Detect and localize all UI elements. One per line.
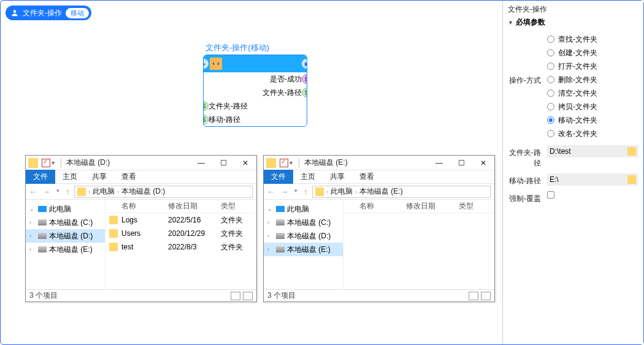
history-dropdown[interactable]: ▾ (56, 188, 59, 196)
caret-icon: › (29, 219, 36, 226)
ribbon-tab[interactable]: 主页 (55, 170, 85, 184)
operation-radio-item[interactable]: 移动-文件夹 (547, 113, 638, 127)
address-bar: ← → ▾ ↑ ›此电脑›本地磁盘 (E:) (264, 184, 494, 200)
param-label-folder-path: 文件夹-路径 (508, 145, 547, 169)
operation-radio-item[interactable]: 查找-文件夹 (547, 32, 638, 46)
operation-radio-item[interactable]: 创建-文件夹 (547, 46, 638, 59)
back-button[interactable]: ← (29, 188, 37, 196)
minimize-button[interactable]: — (428, 156, 450, 170)
dropdown-icon[interactable]: ▾ (52, 159, 55, 166)
tree-label: 此电脑 (49, 204, 71, 214)
output-port-bool[interactable]: b (302, 74, 307, 84)
tree-item[interactable]: ›本地磁盘 (D:) (26, 229, 105, 243)
operation-radio-item[interactable]: 改名-文件夹 (547, 127, 638, 140)
titlebar: ▾ 本地磁盘 (D:) — ☐ ✕ (26, 156, 256, 170)
radio-label: 改名-文件夹 (558, 129, 597, 139)
svg-point-0 (13, 10, 17, 13)
maximize-button[interactable]: ☐ (450, 156, 472, 170)
ribbon-tab[interactable]: 主页 (293, 170, 323, 184)
param-label-operation: 操作-方式 (508, 32, 547, 86)
file-list: 名称 修改日期 类型 (343, 200, 494, 289)
column-headers[interactable]: 名称 修改日期 类型 (343, 200, 494, 213)
breadcrumb-path[interactable]: ›此电脑›本地磁盘 (E:) (312, 186, 491, 198)
col-name[interactable]: 名称 (356, 201, 402, 211)
tree-item[interactable]: ›本地磁盘 (D:) (264, 229, 343, 243)
maximize-button[interactable]: ☐ (212, 156, 234, 170)
forward-button[interactable]: → (43, 188, 50, 196)
explorer-window-e[interactable]: ▾ 本地磁盘 (E:) — ☐ ✕ 文件主页共享查看 ← → ▾ ↑ ›此电脑›… (263, 155, 495, 302)
view-details-icon[interactable] (469, 292, 478, 300)
tree-item[interactable]: ›本地磁盘 (E:) (26, 243, 105, 256)
file-row[interactable]: Logs2022/5/16文件夹 (105, 213, 256, 227)
history-dropdown[interactable]: ▾ (294, 188, 297, 196)
operation-radio-item[interactable]: 打开-文件夹 (547, 59, 638, 73)
col-name[interactable]: 名称 (118, 201, 164, 211)
column-headers[interactable]: 名称 修改日期 类型 (105, 200, 256, 213)
file-row[interactable]: Users2020/12/29文件夹 (105, 227, 256, 240)
tree-label: 本地磁盘 (E:) (287, 245, 331, 255)
panel-section-header[interactable]: ▼ 必填参数 (508, 17, 638, 28)
radio-label: 移动-文件夹 (558, 115, 597, 126)
input-port-string[interactable]: S (203, 115, 209, 124)
tree-item[interactable]: ›本地磁盘 (C:) (26, 216, 105, 229)
up-button[interactable]: ↑ (66, 188, 69, 196)
tree-item[interactable]: ›本地磁盘 (E:) (264, 243, 343, 256)
explorer-window-d[interactable]: ▾ 本地磁盘 (D:) — ☐ ✕ 文件主页共享查看 ← → ▾ ↑ ›此电脑›… (25, 155, 257, 302)
col-type[interactable]: 类型 (217, 201, 248, 211)
file-menu[interactable]: 文件 (26, 170, 55, 184)
move-path-input[interactable]: E:\ (547, 173, 638, 186)
view-tiles-icon[interactable] (243, 292, 253, 300)
canvas[interactable]: 文件夹-操作 移动 文件夹-操作(移动) ▸ ▸ 是否-成功 b 文件 (1, 1, 502, 344)
operation-radio-item[interactable]: 拷贝-文件夹 (547, 100, 638, 113)
col-type[interactable]: 类型 (455, 201, 486, 211)
up-button[interactable]: ↑ (304, 188, 307, 196)
view-details-icon[interactable] (231, 292, 240, 300)
back-button[interactable]: ← (267, 188, 275, 196)
close-button[interactable]: ✕ (472, 156, 494, 170)
tree-item[interactable]: ⌄此电脑 (264, 202, 343, 216)
radio-icon (547, 130, 554, 137)
radio-label: 打开-文件夹 (558, 61, 597, 72)
output-port-string[interactable]: S (302, 88, 307, 97)
ribbon-tab[interactable]: 查看 (352, 170, 381, 184)
status-bar: 3 个项目 (264, 289, 494, 301)
file-name: Users (121, 229, 168, 238)
folder-icon[interactable] (627, 175, 636, 184)
breadcrumb-item[interactable]: 此电脑 (331, 186, 353, 197)
file-menu[interactable]: 文件 (264, 170, 293, 184)
input-port-string[interactable]: S (203, 101, 209, 111)
breadcrumb-item[interactable]: 此电脑 (93, 186, 115, 197)
file-row[interactable]: test2022/8/3文件夹 (105, 240, 256, 254)
radio-label: 删除-文件夹 (558, 75, 597, 85)
quick-access-icon[interactable] (280, 159, 288, 167)
force-overwrite-checkbox[interactable] (547, 191, 554, 199)
operation-radio-item[interactable]: 删除-文件夹 (547, 73, 638, 86)
ribbon-tab[interactable]: 共享 (323, 170, 352, 184)
exec-out-port[interactable]: ▸ (302, 59, 307, 69)
item-count: 3 个项目 (267, 290, 296, 301)
tree-item[interactable]: ›本地磁盘 (C:) (264, 216, 343, 229)
ribbon-tab[interactable]: 共享 (85, 170, 114, 184)
folder-path-input[interactable]: D:\test (547, 145, 638, 157)
breadcrumb-item[interactable]: 本地磁盘 (E:) (359, 186, 403, 197)
ribbon-tab[interactable]: 查看 (114, 170, 144, 184)
col-date[interactable]: 修改日期 (164, 201, 217, 211)
minimize-button[interactable]: — (190, 156, 212, 170)
exec-in-port[interactable]: ▸ (203, 59, 209, 69)
param-label-move-path: 移动-路径 (508, 173, 547, 186)
view-tiles-icon[interactable] (481, 292, 491, 300)
breadcrumb-item[interactable]: 本地磁盘 (D:) (121, 186, 165, 197)
col-date[interactable]: 修改日期 (402, 201, 455, 211)
close-button[interactable]: ✕ (234, 156, 256, 170)
caret-icon: ⌄ (29, 206, 36, 212)
folder-icon[interactable] (627, 147, 636, 156)
dropdown-icon[interactable]: ▾ (289, 159, 293, 166)
node-block[interactable]: 文件夹-操作(移动) ▸ ▸ 是否-成功 b 文件夹-路径 S (203, 42, 307, 127)
forward-button[interactable]: → (281, 188, 288, 196)
file-type: 文件夹 (221, 242, 251, 252)
tree-item[interactable]: ⌄此电脑 (26, 202, 105, 216)
file-name: test (121, 243, 168, 251)
quick-access-icon[interactable] (42, 159, 50, 167)
operation-radio-item[interactable]: 清空-文件夹 (547, 86, 638, 100)
breadcrumb-path[interactable]: ›此电脑›本地磁盘 (D:) (74, 186, 253, 198)
